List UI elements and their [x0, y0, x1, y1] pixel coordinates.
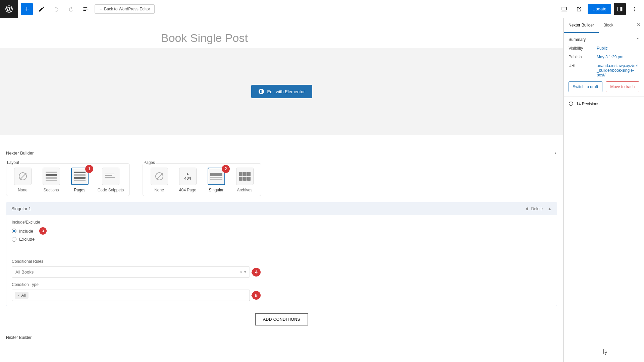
edit-mode-button[interactable] [36, 3, 48, 15]
kebab-icon [632, 6, 638, 12]
pages-option-singular[interactable]: Singular 2 [205, 168, 227, 192]
sidebar-icon [617, 6, 623, 12]
pencil-icon [38, 6, 45, 12]
svg-point-5 [634, 10, 635, 11]
block-breadcrumb[interactable]: Nexter Builder [0, 333, 563, 342]
plus-icon [23, 6, 30, 12]
condition-type-label: Condition Type [12, 282, 551, 287]
undo-icon [53, 6, 59, 12]
add-conditions-button[interactable]: ADD CONDITIONS [255, 313, 308, 325]
include-exclude-label: Include/Exclude [12, 220, 47, 225]
conditional-rules-select[interactable]: All Books ×▾ [12, 266, 250, 278]
settings-sidebar: Nexter Builder Block ✕ Summary ⌃ Visibil… [564, 18, 644, 362]
radio-icon [12, 237, 16, 242]
laptop-icon [561, 6, 568, 12]
condition-type-field: Condition Type × All 5 [12, 282, 551, 301]
editor-topbar: ← Back to WordPress Editor Update [0, 0, 644, 18]
pages-option-none[interactable]: None [148, 168, 170, 192]
nexter-builder-panel-body: Layout None Sections Pages [0, 159, 563, 333]
conditional-rules-value: All Books [15, 269, 34, 275]
editor-canvas: Book Single Post E Edit with Elementor N… [0, 18, 564, 362]
svg-rect-2 [621, 7, 622, 11]
redo-button[interactable] [65, 3, 77, 15]
delete-condition-button[interactable]: Delete [525, 206, 543, 211]
layout-option-group: Layout None Sections Pages [6, 163, 130, 196]
annotation-badge-2: 2 [222, 165, 230, 173]
more-options-button[interactable] [629, 3, 641, 15]
back-to-wp-editor-button[interactable]: ← Back to WordPress Editor [95, 4, 155, 14]
add-block-button[interactable] [21, 3, 33, 15]
annotation-badge-4: 4 [252, 268, 261, 277]
condition-block-body: Include/Exclude Include 3 Exclude Condit… [6, 215, 557, 306]
summary-section: Summary ⌃ Visibility Public Publish May … [564, 33, 644, 97]
pages-option-archives[interactable]: Archives [234, 168, 256, 192]
elementor-icon: E [259, 89, 264, 94]
external-link-icon [576, 6, 582, 12]
tab-block[interactable]: Block [599, 18, 618, 33]
trash-icon [525, 207, 529, 211]
include-exclude-field: Include/Exclude Include 3 Exclude [12, 220, 67, 244]
page-title-area: Book Single Post [0, 18, 563, 48]
revisions-row[interactable]: 14 Revisions [564, 97, 644, 111]
publish-row[interactable]: Publish May 3 1:29 pm [569, 55, 639, 59]
url-row[interactable]: URL ananda.instawp.xyz/nxt_builder/book-… [569, 63, 639, 77]
condition-type-input[interactable]: × All [12, 290, 250, 301]
radio-include[interactable]: Include 3 [12, 227, 47, 235]
svg-point-3 [634, 7, 635, 7]
view-page-button[interactable] [573, 3, 585, 15]
conditional-rules-field: Conditional Rules All Books ×▾ 4 Conditi… [12, 259, 551, 301]
condition-block-header[interactable]: Singular 1 Delete ▲ [6, 202, 557, 215]
annotation-badge-5: 5 [252, 291, 261, 300]
collapse-arrow-icon: ▲ [547, 206, 552, 211]
edit-with-elementor-button[interactable]: E Edit with Elementor [251, 85, 312, 98]
condition-block-title: Singular 1 [11, 206, 31, 211]
none-icon [155, 172, 163, 180]
elementor-canvas-placeholder: E Edit with Elementor [0, 48, 563, 135]
document-outline-button[interactable] [80, 3, 92, 15]
collapse-arrow-icon: ▲ [554, 151, 557, 155]
chevron-down-icon: ▾ [244, 270, 246, 274]
switch-to-draft-button[interactable]: Switch to draft [569, 81, 602, 92]
radio-exclude[interactable]: Exclude [12, 237, 47, 242]
wordpress-icon [5, 5, 13, 13]
condition-type-tag[interactable]: × All [15, 292, 29, 299]
device-preview-button[interactable] [558, 3, 570, 15]
svg-rect-0 [562, 7, 566, 10]
elementor-button-label: Edit with Elementor [267, 89, 305, 94]
nexter-builder-panel-header[interactable]: Nexter Builder ▲ [0, 147, 563, 159]
tab-nexter-builder[interactable]: Nexter Builder [564, 18, 599, 33]
pages-group-label: Pages [143, 160, 156, 165]
pages-option-group: Pages None ▲404 404 Page Singular [143, 163, 261, 196]
annotation-badge-1: 1 [85, 165, 93, 173]
wordpress-logo[interactable] [0, 0, 18, 18]
undo-button[interactable] [50, 3, 62, 15]
page-title[interactable]: Book Single Post [161, 32, 543, 45]
layout-option-code-snippets[interactable]: Code Snippets [97, 168, 124, 192]
annotation-badge-3: 3 [39, 227, 47, 235]
sidebar-tabs: Nexter Builder Block ✕ [564, 18, 644, 33]
nexter-builder-panel-title: Nexter Builder [6, 150, 34, 156]
redo-icon [68, 6, 74, 12]
list-icon [83, 6, 89, 12]
conditional-rules-label: Conditional Rules [12, 259, 551, 264]
layout-option-none[interactable]: None [12, 168, 34, 192]
move-to-trash-button[interactable]: Move to trash [606, 81, 640, 92]
update-button[interactable]: Update [588, 4, 611, 14]
remove-tag-icon[interactable]: × [17, 293, 19, 297]
history-icon [569, 101, 574, 106]
pages-option-404[interactable]: ▲404 404 Page [177, 168, 199, 192]
clear-icon[interactable]: × [240, 270, 242, 274]
radio-icon [12, 229, 16, 233]
none-icon [19, 172, 27, 180]
summary-section-header[interactable]: Summary ⌃ [569, 37, 639, 42]
chevron-up-icon: ⌃ [636, 37, 639, 42]
visibility-row[interactable]: Visibility Public [569, 46, 639, 51]
layout-option-sections[interactable]: Sections [40, 168, 62, 192]
close-sidebar-button[interactable]: ✕ [637, 22, 641, 27]
settings-sidebar-toggle[interactable] [614, 3, 626, 15]
layout-group-label: Layout [6, 160, 20, 165]
layout-option-pages[interactable]: Pages 1 [69, 168, 91, 192]
svg-point-4 [634, 8, 635, 9]
